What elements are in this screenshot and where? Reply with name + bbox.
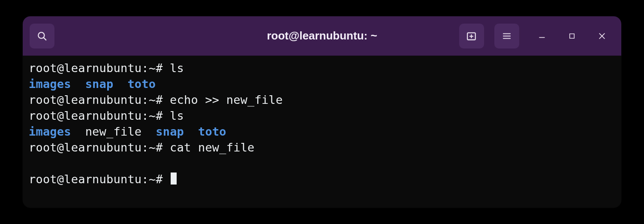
- shell-prompt: root@learnubuntu:~#: [29, 61, 170, 75]
- shell-command: cat new_file: [170, 141, 254, 154]
- shell-command: echo >> new_file: [170, 93, 283, 106]
- ls-entry: images: [29, 125, 71, 138]
- shell-command: ls: [170, 109, 184, 122]
- window-title: root@learnubuntu: ~: [267, 29, 377, 42]
- hamburger-icon: [502, 31, 512, 41]
- ls-entry: snap: [156, 125, 184, 138]
- shell-prompt: root@learnubuntu:~#: [29, 109, 170, 122]
- close-button[interactable]: [590, 24, 614, 48]
- shell-prompt: root@learnubuntu:~#: [29, 173, 170, 186]
- maximize-icon: [568, 32, 576, 40]
- ls-entry: toto: [127, 77, 156, 91]
- minimize-icon: [538, 32, 546, 40]
- new-tab-icon: [466, 30, 478, 42]
- terminal-window: root@learnubuntu: ~: [23, 16, 621, 208]
- menu-button[interactable]: [494, 24, 519, 48]
- maximize-button[interactable]: [560, 24, 584, 48]
- search-icon: [36, 30, 48, 42]
- minimize-button[interactable]: [530, 24, 554, 48]
- terminal-line: root@learnubuntu:~# cat new_file: [29, 139, 615, 155]
- terminal-line: root@learnubuntu:~#: [29, 171, 615, 187]
- terminal-line: root@learnubuntu:~# ls: [29, 60, 615, 76]
- terminal-line: root@learnubuntu:~# echo >> new_file: [29, 92, 615, 108]
- terminal-line: [29, 155, 615, 171]
- search-button[interactable]: [30, 24, 54, 48]
- ls-entry: snap: [85, 77, 114, 91]
- svg-rect-9: [570, 33, 575, 38]
- shell-command: ls: [170, 61, 184, 75]
- terminal-line: images snap toto: [29, 76, 615, 92]
- shell-prompt: root@learnubuntu:~#: [29, 93, 170, 106]
- shell-prompt: root@learnubuntu:~#: [29, 141, 170, 154]
- svg-line-1: [43, 37, 46, 40]
- ls-entry: toto: [198, 125, 226, 138]
- new-tab-button[interactable]: [459, 24, 484, 48]
- close-icon: [598, 32, 606, 40]
- terminal-output-area[interactable]: root@learnubuntu:~# lsimages snap totoro…: [23, 56, 621, 193]
- cursor: [171, 173, 177, 185]
- terminal-line: images new_file snap toto: [29, 124, 615, 139]
- ls-entry: images: [29, 77, 71, 91]
- ls-entry: new_file: [85, 125, 142, 138]
- titlebar: root@learnubuntu: ~: [23, 16, 621, 56]
- terminal-line: root@learnubuntu:~# ls: [29, 108, 615, 124]
